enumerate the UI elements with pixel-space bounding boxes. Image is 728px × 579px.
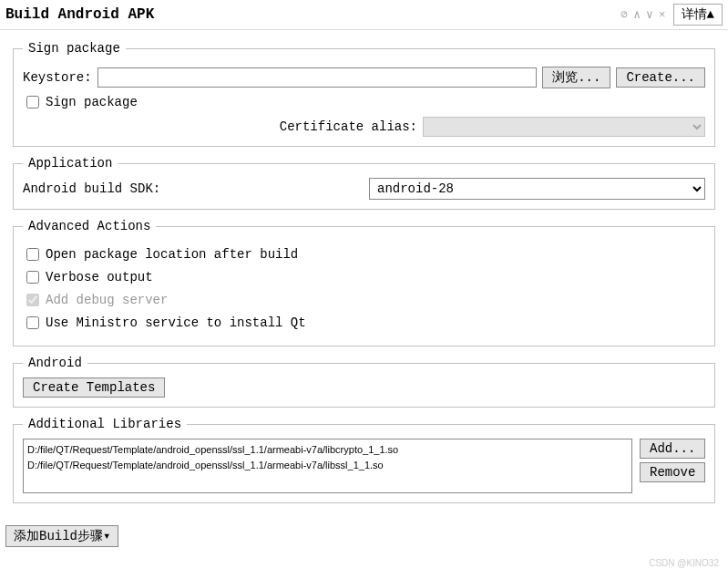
sdk-select[interactable]: android-28	[369, 178, 705, 200]
android-group: Android Create Templates	[13, 356, 715, 408]
list-item[interactable]: D:/file/QT/Request/Template/android_open…	[27, 442, 628, 458]
close-icon[interactable]: ×	[659, 8, 666, 22]
add-lib-button[interactable]: Add...	[640, 439, 705, 459]
sign-package-checkbox-label: Sign package	[46, 95, 138, 109]
sign-package-legend: Sign package	[23, 41, 126, 56]
cert-alias-label: Certificate alias:	[280, 119, 423, 134]
additional-libs-group: Additional Libraries D:/file/QT/Request/…	[13, 417, 715, 503]
header-icons: ⊘ ∧ ∨ ×	[620, 7, 665, 22]
remove-lib-button[interactable]: Remove	[640, 462, 705, 482]
application-legend: Application	[23, 156, 118, 171]
sign-package-checkbox[interactable]	[26, 96, 39, 109]
panel-header: Build Android APK ⊘ ∧ ∨ × 详情▲	[0, 0, 728, 30]
verbose-checkbox[interactable]	[26, 271, 39, 284]
add-debug-row: Add debug server	[23, 291, 705, 309]
open-location-row: Open package location after build	[23, 245, 705, 264]
keystore-row: Keystore: 浏览... Create...	[23, 67, 705, 88]
panel-title: Build Android APK	[5, 6, 620, 23]
move-up-icon[interactable]: ∧	[633, 7, 641, 22]
keystore-label: Keystore:	[23, 70, 92, 85]
create-templates-button[interactable]: Create Templates	[23, 377, 165, 398]
keystore-input[interactable]	[97, 67, 538, 88]
create-keystore-button[interactable]: Create...	[616, 67, 705, 88]
ministro-row: Use Ministro service to install Qt	[23, 314, 705, 332]
advanced-actions-group: Advanced Actions Open package location a…	[13, 219, 715, 346]
list-item[interactable]: D:/file/QT/Request/Template/android_open…	[27, 458, 628, 473]
cert-alias-row: Certificate alias:	[23, 117, 705, 137]
verbose-label: Verbose output	[46, 270, 153, 284]
cert-alias-select[interactable]	[423, 117, 705, 137]
open-location-checkbox[interactable]	[26, 248, 39, 261]
verbose-row: Verbose output	[23, 268, 705, 286]
open-location-label: Open package location after build	[46, 247, 298, 262]
details-toggle-button[interactable]: 详情▲	[673, 4, 723, 26]
additional-libs-legend: Additional Libraries	[23, 417, 187, 431]
advanced-actions-legend: Advanced Actions	[23, 219, 156, 233]
android-legend: Android	[23, 356, 87, 370]
add-debug-label: Add debug server	[46, 293, 168, 307]
add-debug-checkbox	[26, 294, 39, 306]
sdk-label: Android build SDK:	[23, 181, 369, 196]
sdk-row: Android build SDK: android-28	[23, 178, 705, 200]
application-group: Application Android build SDK: android-2…	[13, 156, 715, 210]
ministro-checkbox[interactable]	[26, 316, 39, 329]
libs-buttons: Add... Remove	[640, 439, 705, 493]
add-build-step-button[interactable]: 添加Build步骤▾	[5, 525, 118, 547]
sign-package-checkbox-row: Sign package	[23, 93, 705, 111]
libs-list[interactable]: D:/file/QT/Request/Template/android_open…	[23, 439, 632, 493]
sign-package-group: Sign package Keystore: 浏览... Create... S…	[13, 41, 715, 147]
browse-button[interactable]: 浏览...	[542, 67, 610, 88]
ministro-label: Use Ministro service to install Qt	[46, 315, 306, 330]
panel-content: Sign package Keystore: 浏览... Create... S…	[0, 30, 728, 522]
disable-icon[interactable]: ⊘	[620, 7, 628, 22]
move-down-icon[interactable]: ∨	[646, 7, 653, 22]
bottom-row: 添加Build步骤▾	[0, 522, 728, 556]
libs-wrap: D:/file/QT/Request/Template/android_open…	[23, 439, 705, 493]
